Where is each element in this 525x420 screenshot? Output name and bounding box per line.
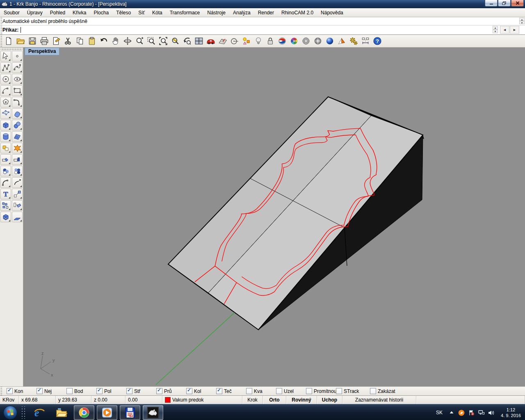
perspective-viewport[interactable]: Perspektiva bbox=[23, 48, 525, 386]
save-button[interactable] bbox=[26, 35, 38, 47]
menu-transformace[interactable]: Transformace bbox=[166, 9, 204, 17]
osnap-kva[interactable]: Kva bbox=[242, 388, 272, 394]
taskbar-app-media-player[interactable] bbox=[97, 405, 117, 420]
command-history[interactable]: Automatické uložení proběhlo úspěšně ▲ ▼ bbox=[0, 17, 525, 25]
menu-rhinocam-2-0[interactable]: RhinoCAM 2.0 bbox=[278, 9, 317, 17]
polygon-tool-button[interactable] bbox=[0, 97, 11, 107]
render-swirl-button[interactable] bbox=[276, 35, 288, 47]
zoom-extents-button[interactable] bbox=[157, 35, 169, 47]
select-pointer-tool-button[interactable] bbox=[0, 51, 11, 62]
status-toggle-rovinn-[interactable]: Rovinný bbox=[286, 396, 317, 404]
plugin-puzzle-tool-button[interactable] bbox=[0, 143, 11, 153]
osnap-strack[interactable]: STrack bbox=[332, 388, 366, 394]
tray-network[interactable] bbox=[477, 409, 485, 416]
zoom-window-button[interactable] bbox=[145, 35, 157, 47]
center-circle-button[interactable] bbox=[228, 35, 240, 47]
viewport-layout-button[interactable] bbox=[193, 35, 205, 47]
fillet-edge-tool-button[interactable] bbox=[0, 154, 11, 165]
osnap-te-[interactable]: Teč bbox=[212, 388, 242, 394]
mesh-surface-tool-button[interactable] bbox=[12, 131, 23, 142]
menu-render[interactable]: Render bbox=[254, 9, 278, 17]
tray-action-center-flag[interactable] bbox=[468, 409, 475, 416]
cplane-map-button[interactable] bbox=[217, 35, 228, 47]
orient-tool-button[interactable] bbox=[12, 200, 23, 211]
scroll-up-icon[interactable]: ▲ bbox=[519, 18, 525, 21]
menu-k-ta[interactable]: Kóta bbox=[148, 9, 166, 17]
checkbox-checked-icon[interactable] bbox=[156, 388, 162, 394]
osnap-nej[interactable]: Nej bbox=[32, 388, 62, 394]
osnap-bod[interactable]: Bod bbox=[62, 388, 92, 394]
taskbar-app-rhinoceros[interactable] bbox=[143, 405, 163, 420]
render-sphere-button[interactable] bbox=[324, 35, 336, 47]
render-cone-button[interactable] bbox=[336, 35, 347, 47]
control-point-curve-tool-button[interactable] bbox=[0, 62, 11, 73]
arc-tool-button[interactable] bbox=[0, 85, 11, 96]
fillet-curve-tool-button[interactable] bbox=[0, 177, 11, 188]
taskbar-grip-dots[interactable] bbox=[20, 406, 27, 419]
menu--pravy[interactable]: Úpravy bbox=[23, 9, 46, 17]
menu-plocha[interactable]: Plocha bbox=[90, 9, 112, 17]
selection-filter-button[interactable] bbox=[240, 35, 252, 47]
taskbar-app-internet-explorer[interactable]: e bbox=[30, 406, 49, 420]
lamp-button[interactable] bbox=[252, 35, 264, 47]
checkbox-checked-icon[interactable] bbox=[96, 388, 103, 394]
spin-down-icon[interactable]: ▼ bbox=[493, 30, 498, 33]
array-tool-button[interactable] bbox=[0, 200, 11, 211]
status-toggle-orto[interactable]: Orto bbox=[263, 396, 286, 404]
undo-button[interactable] bbox=[98, 35, 110, 47]
menu-k-ivka[interactable]: Křivka bbox=[69, 9, 90, 17]
menu-s-[interactable]: Síť bbox=[135, 9, 148, 17]
osnap-pr-[interactable]: Prů bbox=[152, 388, 182, 394]
restore-button[interactable] bbox=[498, 0, 511, 7]
open-file-button[interactable] bbox=[14, 35, 26, 47]
osnap-kon[interactable]: Kon bbox=[2, 388, 32, 394]
menu-n-pov-da[interactable]: Nápověda bbox=[317, 9, 347, 17]
dimension-analyze-button[interactable] bbox=[359, 35, 371, 47]
checkbox-unchecked-icon[interactable] bbox=[246, 388, 252, 394]
status-toggle-krok[interactable]: Krok bbox=[242, 396, 263, 404]
cylinder-tool-button[interactable] bbox=[0, 131, 11, 142]
command-input-row[interactable]: Příkaz: ▲ ▼ ◀ ▶ bbox=[0, 25, 525, 34]
checkbox-checked-icon[interactable] bbox=[7, 388, 13, 394]
checkbox-unchecked-icon[interactable] bbox=[370, 388, 376, 394]
extend-curve-tool-button[interactable] bbox=[12, 177, 23, 188]
osnap-st-[interactable]: Stř bbox=[122, 388, 152, 394]
checkbox-unchecked-icon[interactable] bbox=[66, 388, 73, 394]
shaded-sphere-button[interactable] bbox=[312, 35, 324, 47]
car-simulate-button[interactable] bbox=[205, 35, 217, 47]
osnap-uzel[interactable]: Uzel bbox=[272, 388, 302, 394]
undo-view-button[interactable] bbox=[181, 35, 193, 47]
status-toggle-uchop[interactable]: Uchop bbox=[317, 396, 342, 404]
prev-command-button[interactable]: ◀ bbox=[500, 26, 509, 34]
color-wheel-button[interactable] bbox=[288, 35, 300, 47]
wedge-model[interactable] bbox=[168, 97, 424, 330]
close-button[interactable] bbox=[511, 0, 524, 7]
tray-hidden-icons-arrow[interactable] bbox=[448, 409, 455, 416]
osnap-zak-zat[interactable]: Zakázat bbox=[366, 388, 396, 394]
checkbox-checked-icon[interactable] bbox=[216, 388, 222, 394]
viewport-canvas[interactable]: z y x bbox=[23, 48, 525, 386]
box-tool-button[interactable] bbox=[0, 120, 11, 130]
checkbox-checked-icon[interactable] bbox=[126, 388, 132, 394]
checkbox-checked-icon[interactable] bbox=[37, 388, 43, 394]
cplane-pane[interactable]: KRov bbox=[0, 396, 19, 404]
taskbar-clock[interactable]: 1:12 4. 9. 2016 bbox=[501, 407, 521, 418]
command-spinner[interactable]: ▲ ▼ bbox=[493, 26, 498, 34]
taskbar-app-floppy-64[interactable]: 64 bbox=[120, 405, 140, 420]
blend-curve-tool-button[interactable] bbox=[12, 97, 23, 107]
language-indicator[interactable]: SK bbox=[436, 410, 443, 415]
export-annotate-button[interactable] bbox=[50, 35, 62, 47]
explode-tool-button[interactable] bbox=[12, 143, 23, 153]
osnap-pol[interactable]: Pol bbox=[92, 388, 122, 394]
pan-button[interactable] bbox=[110, 35, 121, 47]
zoom-dynamic-button[interactable] bbox=[133, 35, 145, 47]
ellipse-tool-button[interactable] bbox=[12, 74, 23, 84]
osnap-kol[interactable]: Kol bbox=[182, 388, 212, 394]
checkbox-unchecked-icon[interactable] bbox=[276, 388, 282, 394]
tray-volume[interactable] bbox=[487, 409, 495, 416]
menu-soubor[interactable]: Soubor bbox=[0, 9, 23, 17]
chamfer-edge-tool-button[interactable] bbox=[12, 154, 23, 165]
surface-from-points-tool-button[interactable] bbox=[0, 108, 11, 119]
paste-button[interactable] bbox=[86, 35, 98, 47]
scroll-down-icon[interactable]: ▼ bbox=[519, 21, 525, 24]
